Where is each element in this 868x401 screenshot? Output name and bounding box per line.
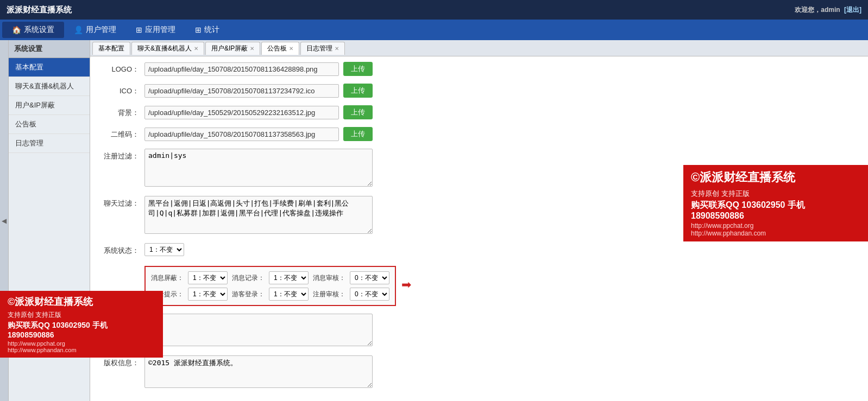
form-row-ico: ICO： 上传 (101, 84, 857, 98)
promo-left-sub: 支持原创 支持正版 (8, 310, 155, 320)
logo-upload-btn[interactable]: 上传 (343, 62, 373, 76)
stats-icon: ⊞ (195, 26, 202, 34)
tab-close-logs[interactable]: ✕ (335, 46, 339, 52)
chat-filter-label: 聊天过滤： (101, 196, 144, 208)
copyright-textarea[interactable]: ©2015 派派财经直播系统。 (144, 355, 373, 388)
qrcode-label: 二维码： (101, 127, 144, 139)
promo-left-link2: http://www.pphandan.com (8, 347, 155, 353)
top-bar: 派派财经直播系统 欢迎您，admin [退出] (0, 0, 868, 20)
chat-filter-textarea[interactable]: 黑平台|返佣|日返|高返佣|头寸|打包|手续费|刷单|套利|黑公司|Q|q|私募… (144, 196, 373, 234)
app-title: 派派财经直播系统 (7, 5, 795, 15)
promo-left-box: ©派派财经直播系统 支持原创 支持正版 购买联系QQ 103602950 手机 … (0, 291, 163, 358)
form-row-qrcode: 二维码： 上传 (101, 127, 857, 141)
msg-log-label: 消息记录： (232, 273, 265, 283)
save-spacer (101, 397, 144, 400)
home-icon: 🏠 (12, 26, 21, 34)
copyright-group: ©2015 派派财经直播系统。 (144, 355, 373, 390)
tab-basic[interactable]: 基本配置 (92, 42, 130, 55)
msg-log-select[interactable]: 1：不变0：不变 (269, 271, 309, 284)
user-icon: 👤 (74, 26, 83, 34)
ico-input[interactable] (144, 84, 339, 98)
nav-system[interactable]: 🏠 系统设置 (2, 22, 64, 38)
promo-left-buy: 购买联系QQ 103602950 手机 18908590886 (8, 321, 155, 339)
promo-right-box: ©派派财经直播系统 支持原创 支持正版 购买联系QQ 103602950 手机 … (683, 165, 868, 241)
register-filter-group: admin|sys (144, 149, 373, 188)
settings-box: 消息屏蔽： 1：不变0：不变 消息记录： 1：不变0：不变 消息审核： (144, 266, 396, 306)
background-upload-btn[interactable]: 上传 (343, 105, 373, 119)
ico-label: ICO： (101, 84, 144, 96)
form-row-background: 背景： 上传 (101, 105, 857, 119)
promo-left-title: ©派派财经直播系统 (8, 295, 155, 308)
logo-field-group: 上传 (144, 62, 373, 76)
system-status-label: 系统状态： (101, 243, 144, 256)
promo-right-buy: 购买联系QQ 103602950 手机 18908590886 (691, 200, 860, 221)
register-filter-label: 注册过滤： (101, 149, 144, 161)
form-row-copyright: 版权信息： ©2015 派派财经直播系统。 (101, 355, 857, 390)
grid-icon: ⊞ (136, 26, 142, 34)
settings-row-2: 登录提示： 1：不变0：不变 游客登录： 1：不变0：不变 注册审核： (151, 288, 389, 301)
tab-bulletin[interactable]: 公告板 ✕ (261, 42, 299, 55)
nav-bar: 🏠 系统设置 👤 用户管理 ⊞ 应用管理 ⊞ 统计 (0, 20, 868, 40)
sidebar-item-chat[interactable]: 聊天&直播&机器人 (9, 77, 90, 96)
ico-upload-btn[interactable]: 上传 (343, 84, 373, 98)
ico-field-group: 上传 (144, 84, 373, 98)
qrcode-field-group: 上传 (144, 127, 373, 141)
nav-stats[interactable]: ⊞ 统计 (185, 22, 229, 38)
tab-close-chat[interactable]: ✕ (194, 46, 198, 52)
msg-review-select[interactable]: 0：不变1：不变 (350, 271, 389, 284)
promo-left-link1: http://www.ppchat.org (8, 340, 155, 347)
msg-shield-select[interactable]: 1：不变0：不变 (188, 271, 228, 284)
user-info: 欢迎您，admin [退出] (795, 5, 861, 15)
guest-login-label: 游客登录： (232, 290, 265, 299)
background-field-group: 上传 (144, 105, 373, 119)
background-label: 背景： (101, 105, 144, 118)
promo-right-title: ©派派财经直播系统 (691, 169, 860, 186)
promo-right-link1: http://www.ppchat.org (691, 222, 860, 230)
qrcode-upload-btn[interactable]: 上传 (343, 127, 373, 141)
arrow-right-icon: ➡ (401, 278, 411, 292)
register-review-label: 注册审核： (313, 290, 345, 299)
form-row-settings-box: 消息屏蔽： 1：不变0：不变 消息记录： 1：不变0：不变 消息审核： (101, 264, 857, 306)
stats-code-group (144, 314, 373, 348)
sidebar-item-logs[interactable]: 日志管理 (9, 134, 90, 153)
stats-code-textarea[interactable] (144, 314, 373, 346)
register-filter-textarea[interactable]: admin|sys (144, 149, 373, 187)
background-input[interactable] (144, 106, 339, 119)
form-row-logo: LOGO： 上传 (101, 62, 857, 76)
promo-right-sub: 支持原创 支持正版 (691, 189, 860, 199)
msg-shield-label: 消息屏蔽： (151, 273, 184, 283)
register-review-select[interactable]: 0：不变1：不变 (350, 288, 389, 301)
settings-box-wrapper: 消息屏蔽： 1：不变0：不变 消息记录： 1：不变0：不变 消息审核： (144, 264, 411, 306)
logout-link[interactable]: [退出] (844, 6, 861, 14)
content-area: ©悟空源码 www.5kym.com ©派派财经直播系统 支持原创 支持正版 购… (90, 56, 868, 401)
system-status-group: 1：不变 0：不变 (144, 243, 373, 256)
tab-chat[interactable]: 聊天&直播&机器人 ✕ (131, 42, 204, 55)
system-status-select[interactable]: 1：不变 0：不变 (144, 243, 184, 256)
guest-login-select[interactable]: 1：不变0：不变 (269, 288, 309, 301)
sidebar-item-users[interactable]: 用户&IP屏蔽 (9, 96, 90, 115)
nav-apps[interactable]: ⊞ 应用管理 (126, 22, 185, 38)
form-row-stats-code: 统计代码： (101, 314, 857, 348)
promo-right-link2: http://www.pphandan.com (691, 230, 860, 237)
logo-input[interactable] (144, 62, 339, 76)
nav-users[interactable]: 👤 用户管理 (64, 22, 126, 38)
tab-close-users[interactable]: ✕ (250, 46, 254, 52)
settings-row-1: 消息屏蔽： 1：不变0：不变 消息记录： 1：不变0：不变 消息审核： (151, 271, 389, 284)
sidebar-item-bulletin[interactable]: 公告板 (9, 115, 90, 134)
settings-box-spacer (101, 264, 144, 266)
sidebar-item-basic[interactable]: 基本配置 (9, 58, 90, 77)
qrcode-input[interactable] (144, 128, 339, 141)
form-row-system-status: 系统状态： 1：不变 0：不变 (101, 243, 857, 256)
login-tips-select[interactable]: 1：不变0：不变 (188, 288, 228, 301)
chat-filter-group: 黑平台|返佣|日返|高返佣|头寸|打包|手续费|刷单|套利|黑公司|Q|q|私募… (144, 196, 373, 235)
msg-review-label: 消息审核： (313, 273, 345, 283)
tab-close-bulletin[interactable]: ✕ (289, 46, 293, 52)
logo-label: LOGO： (101, 62, 144, 74)
form-row-save: 保存 (101, 397, 857, 401)
tab-logs[interactable]: 日志管理 ✕ (300, 42, 345, 55)
sidebar-header: 系统设置 (9, 40, 90, 58)
tab-bar: 基本配置 聊天&直播&机器人 ✕ 用户&IP屏蔽 ✕ 公告板 ✕ 日志管理 ✕ (90, 40, 868, 56)
tab-users[interactable]: 用户&IP屏蔽 ✕ (205, 42, 260, 55)
